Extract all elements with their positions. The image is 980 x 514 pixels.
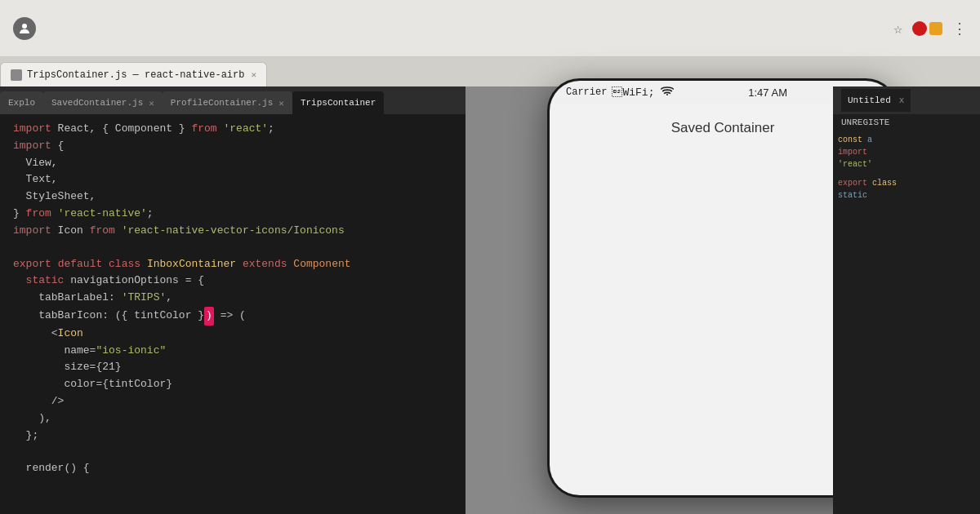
code-content: import React, { Component } from 'react'… bbox=[0, 114, 466, 484]
right-tab-close[interactable]: x bbox=[899, 95, 905, 105]
unregister-label: UNREGISTE bbox=[833, 114, 980, 131]
code-line-19: }; bbox=[0, 428, 466, 445]
code-line-21: render() { bbox=[0, 460, 466, 477]
code-line-7: import Icon from 'react-native-vector-ic… bbox=[0, 223, 466, 240]
code-line-13: < Icon bbox=[0, 326, 466, 343]
tab-explorer[interactable]: Explo bbox=[0, 91, 43, 114]
tab-favicon bbox=[11, 69, 22, 81]
code-line-6: } from 'react-native' ; bbox=[0, 206, 466, 223]
code-line-17: /> bbox=[0, 393, 466, 410]
tab-tripscontainer[interactable]: TripsContainer bbox=[292, 91, 384, 114]
wifi-icon: WiFi; bbox=[612, 86, 674, 99]
code-line-18: ), bbox=[0, 410, 466, 428]
right-panel-tab-bar: Untitled x bbox=[833, 86, 980, 114]
right-tab-untitled[interactable]: Untitled x bbox=[841, 89, 911, 112]
browser-tab-label: TripsContainer.js — react-native-airb bbox=[27, 69, 244, 81]
svg-point-0 bbox=[22, 24, 27, 29]
code-line-2: import { bbox=[0, 138, 466, 155]
code-line-14: name= "ios-ionic" bbox=[0, 343, 466, 360]
code-line-12: tabBarIcon: ({ tintColor } ) => ( bbox=[0, 307, 466, 326]
right-code-preview: const a import 'react' export class stat… bbox=[833, 131, 980, 205]
main-content: Explo SavedContainer.js ✕ ProfileContain… bbox=[0, 86, 980, 514]
tab-profilecontainer[interactable]: ProfileContainer.js ✕ bbox=[163, 91, 292, 114]
status-carrier: Carrier WiFi; bbox=[566, 86, 674, 99]
tab-close-icon[interactable]: ✕ bbox=[251, 69, 256, 80]
code-line-20 bbox=[0, 444, 466, 460]
svg-point-1 bbox=[666, 94, 668, 95]
code-editor-panel: Explo SavedContainer.js ✕ ProfileContain… bbox=[0, 86, 466, 514]
phone-screen-title: Saved Container bbox=[671, 120, 775, 136]
code-line-1: import React, { Component } from 'react'… bbox=[0, 121, 466, 138]
code-line-9: export default class InboxContainer exte… bbox=[0, 256, 466, 273]
code-line-8 bbox=[0, 240, 466, 256]
code-line-11: tabBarLabel: 'TRIPS' , bbox=[0, 290, 466, 307]
browser-toolbar: ☆ ⋮ bbox=[0, 0, 980, 57]
code-line-10: static navigationOptions = { bbox=[0, 273, 466, 290]
phone-simulator-area: Carrier WiFi; 1:47 AM bbox=[466, 86, 980, 514]
code-line-5: StyleSheet, bbox=[0, 188, 466, 206]
right-editor-panel: Untitled x UNREGISTE const a import 'rea… bbox=[833, 86, 980, 514]
browser-tab-active[interactable]: TripsContainer.js — react-native-airb ✕ bbox=[0, 62, 267, 86]
opera-icon bbox=[912, 21, 942, 36]
menu-icon[interactable]: ⋮ bbox=[952, 20, 967, 38]
tab-close-profile[interactable]: ✕ bbox=[278, 98, 284, 109]
code-line-4: Text, bbox=[0, 171, 466, 188]
code-line-3: View, bbox=[0, 155, 466, 172]
code-line-15: size={21} bbox=[0, 359, 466, 376]
code-line-16: color={tintColor} bbox=[0, 376, 466, 393]
bookmark-icon[interactable]: ☆ bbox=[893, 20, 902, 38]
phone-time: 1:47 AM bbox=[748, 86, 787, 99]
tab-savedcontainer[interactable]: SavedContainer.js ✕ bbox=[43, 91, 163, 114]
user-avatar-icon[interactable] bbox=[13, 17, 36, 40]
editor-tab-bar: Explo SavedContainer.js ✕ ProfileContain… bbox=[0, 86, 466, 114]
tab-close-saved[interactable]: ✕ bbox=[149, 98, 154, 109]
